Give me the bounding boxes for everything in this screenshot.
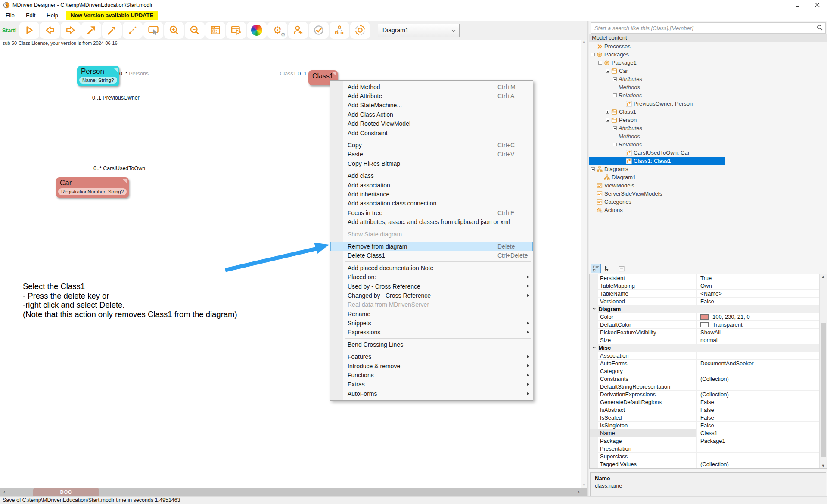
class-box-car[interactable]: Car RegistrationNumber: String?	[56, 177, 129, 198]
collapse-icon[interactable]	[591, 167, 595, 171]
collapse-icon[interactable]	[613, 143, 617, 146]
context-menu-item[interactable]: Introduce & remove	[330, 361, 533, 370]
toolbar-button-person-key[interactable]	[288, 22, 308, 39]
property-label[interactable]: AutoForms	[590, 360, 696, 367]
context-menu-item[interactable]: Placed on:	[330, 272, 533, 281]
context-menu-item[interactable]: Add Class Action	[330, 110, 533, 119]
property-label[interactable]: DefaultColor	[590, 321, 696, 328]
tree-item-packages[interactable]: Packages	[589, 50, 827, 59]
expand-icon[interactable]	[613, 77, 617, 81]
property-value[interactable]: 100, 230, 21, 0	[696, 313, 819, 320]
tree-item-categories[interactable]: Categories	[589, 198, 827, 206]
scroll-up-icon[interactable]: ▲	[582, 40, 586, 44]
property-label[interactable]: TableMapping	[590, 282, 696, 289]
property-label[interactable]: Name	[590, 429, 696, 437]
scroll-left-icon[interactable]: ‹	[0, 488, 8, 496]
toolbar-button-color-wheel[interactable]	[247, 22, 267, 39]
start-label[interactable]: Start!	[2, 27, 17, 34]
maximize-button[interactable]	[787, 0, 807, 10]
tree-item-carsiusedtoown-car[interactable]: CarsIUsedToOwn: Car	[589, 149, 827, 157]
context-menu-item[interactable]: Add Constraint	[330, 128, 533, 137]
property-category-misc[interactable]: Misc	[590, 344, 819, 352]
property-label[interactable]: Presentation	[590, 445, 696, 452]
context-menu-item[interactable]: Bend Crossing Lines	[330, 340, 533, 349]
tree-item-viewmodels[interactable]: ViewModels	[589, 181, 827, 190]
property-label[interactable]: DefaultStringRepresentation	[590, 383, 696, 390]
property-value[interactable]: False	[696, 398, 819, 406]
property-value[interactable]: DocumentAndSeeker	[696, 360, 819, 367]
class-attribute[interactable]: Name: String?	[79, 77, 117, 84]
scroll-right-icon[interactable]: ›	[575, 488, 583, 496]
property-label[interactable]: IsSingleton	[590, 422, 696, 429]
scroll-up-icon[interactable]: ▲	[821, 274, 825, 279]
property-label[interactable]: DerivationExpressions	[590, 391, 696, 398]
toolbar-button-select-window[interactable]	[143, 22, 163, 39]
context-menu-item[interactable]: AutoForms	[330, 389, 533, 398]
property-value[interactable]: (Collection)	[696, 375, 819, 383]
tree-item-processes[interactable]: Processes	[589, 42, 827, 50]
property-value[interactable]: False	[696, 422, 819, 429]
context-menu-item[interactable]: CopyCtrl+C	[330, 140, 533, 149]
context-menu-item[interactable]: Snippets	[330, 318, 533, 327]
context-menu-item[interactable]: Features	[330, 352, 533, 361]
property-label[interactable]: GenerateDefaultRegions	[590, 398, 696, 406]
tree-item-actions[interactable]: Actions	[589, 206, 827, 214]
toolbar-button-play[interactable]	[19, 22, 39, 39]
context-menu-item[interactable]: Add association class connection	[330, 199, 533, 208]
context-menu-item[interactable]: Rename	[330, 309, 533, 318]
property-label[interactable]: Tagged Values	[590, 460, 696, 468]
expand-icon[interactable]	[606, 110, 609, 114]
property-label[interactable]: Superclass	[590, 453, 696, 460]
toolbar-button-zoom-out[interactable]	[185, 22, 205, 39]
property-value[interactable]: (Collection)	[696, 391, 819, 398]
tree-item-relations[interactable]: Relations	[589, 91, 827, 100]
toolbar-button-zoom-in[interactable]	[164, 22, 184, 39]
property-label[interactable]: Persistent	[590, 274, 696, 282]
class-box-person[interactable]: Person Name: String?	[77, 66, 119, 86]
context-menu-item[interactable]: Add class	[330, 171, 533, 180]
toolbar-button-swirl[interactable]	[350, 22, 370, 39]
context-menu-item[interactable]: Changed by - Cross Reference	[330, 291, 533, 300]
diagram-canvas[interactable]: sub 50-Class License, your version is fr…	[0, 40, 587, 488]
doc-tab[interactable]: DOC	[33, 488, 99, 496]
toolbar-button-back[interactable]	[40, 22, 60, 39]
property-value[interactable]	[696, 352, 819, 359]
tree-item-class1-class1[interactable]: Class1: Class1	[589, 157, 725, 165]
property-label[interactable]: Constraints	[590, 375, 696, 383]
property-label[interactable]: IsSealed	[590, 414, 696, 421]
context-menu-item[interactable]: Add association	[330, 180, 533, 190]
tree-item-methods[interactable]: Methods	[589, 132, 827, 140]
toolbar-button-check-circle[interactable]	[309, 22, 329, 39]
property-label[interactable]: Package	[590, 437, 696, 445]
tree-item-attributes[interactable]: Attributes	[589, 124, 827, 132]
toolbar-button-dashed-line[interactable]	[123, 22, 143, 39]
scroll-down-icon[interactable]: ▼	[820, 464, 827, 468]
property-grid-scrollbar[interactable]: ▲ ▼	[819, 274, 827, 468]
property-value[interactable]	[696, 453, 819, 460]
context-menu-item[interactable]: Copy HiRes Bitmap	[330, 159, 533, 168]
property-value[interactable]: Transparent	[696, 321, 819, 328]
tree-item-person[interactable]: Person	[589, 116, 827, 124]
tree-item-class1[interactable]: Class1	[589, 108, 827, 116]
association-person-car[interactable]	[89, 90, 89, 177]
context-menu-item[interactable]: Add AttributeCtrl+A	[330, 91, 533, 100]
scrollbar-thumb[interactable]	[821, 323, 826, 457]
canvas-horizontal-scrollbar[interactable]: ‹ DOC ›	[0, 488, 587, 496]
property-value[interactable]: True	[696, 274, 819, 282]
property-value[interactable]: Class1	[696, 429, 819, 437]
context-menu-item[interactable]: Used by - Cross Reference	[330, 282, 533, 291]
close-button[interactable]	[807, 0, 827, 10]
tree-item-methods[interactable]: Methods	[589, 83, 827, 91]
property-value[interactable]	[696, 383, 819, 390]
toolbar-button-nodes[interactable]	[330, 22, 349, 39]
expand-icon[interactable]	[613, 126, 617, 130]
property-value[interactable]: normal	[696, 336, 819, 344]
tree-item-serversideviewmodels[interactable]: ServerSideViewModels	[589, 190, 827, 198]
context-menu-item[interactable]: Add MethodCtrl+M	[330, 82, 533, 91]
scroll-down-icon[interactable]: ▼	[581, 483, 587, 487]
minimize-button[interactable]	[768, 0, 787, 10]
toolbar-button-arrow-ne-pen[interactable]	[102, 22, 122, 39]
property-value[interactable]: <Name>	[696, 290, 819, 297]
property-label[interactable]: Color	[590, 313, 696, 320]
context-menu-item[interactable]: Add Rooted ViewModel	[330, 119, 533, 128]
